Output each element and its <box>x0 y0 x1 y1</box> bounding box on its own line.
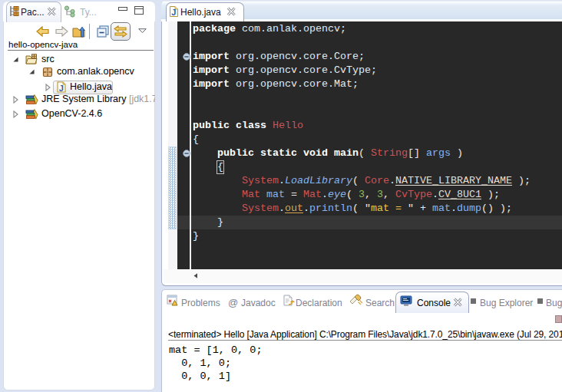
svg-text:J: J <box>59 84 64 93</box>
svg-text:J: J <box>171 8 176 17</box>
